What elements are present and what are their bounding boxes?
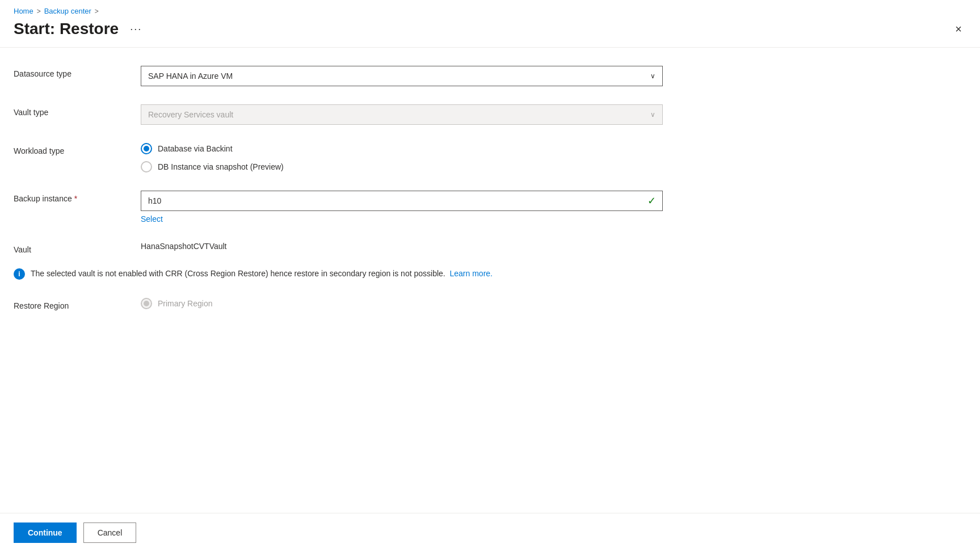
vault-type-placeholder: Recovery Services vault (148, 110, 233, 119)
workload-type-label: Workload type (14, 143, 127, 155)
workload-type-row: Workload type Database via Backint DB In… (14, 134, 966, 182)
page-header-left: Start: Restore ··· (14, 20, 146, 38)
backup-instance-required: * (74, 194, 77, 203)
restore-region-primary-label: Primary Region (158, 299, 212, 308)
backup-instance-row: Backup instance * ✓ Select (14, 182, 966, 233)
info-message: The selected vault is not enabled with C… (31, 269, 445, 278)
backup-instance-checkmark-icon: ✓ (647, 195, 656, 207)
backup-instance-label: Backup instance * (14, 191, 127, 203)
breadcrumb-sep-1: > (37, 7, 41, 15)
workload-label-database-backint: Database via Backint (158, 144, 233, 153)
info-icon: i (14, 268, 25, 280)
vault-value: HanaSnapshotCVTVault (141, 238, 227, 251)
breadcrumb: Home > Backup center > (0, 0, 980, 15)
vault-control: HanaSnapshotCVTVault (141, 242, 663, 251)
restore-region-control: Primary Region (141, 298, 663, 309)
backup-instance-control: ✓ Select (141, 191, 663, 224)
datasource-type-row: Datasource type SAP HANA in Azure VM ∨ (14, 57, 966, 95)
breadcrumb-backup-center[interactable]: Backup center (44, 7, 91, 15)
backup-instance-input[interactable] (141, 191, 663, 211)
workload-radio-db-instance-snapshot[interactable] (141, 161, 152, 172)
bottom-bar: Continue Cancel (0, 513, 980, 552)
workload-type-radio-group: Database via Backint DB Instance via sna… (141, 143, 663, 172)
page-title: Start: Restore (14, 20, 119, 38)
info-text: The selected vault is not enabled with C… (31, 268, 493, 280)
vault-type-row: Vault type Recovery Services vault ∨ (14, 95, 966, 134)
workload-type-control: Database via Backint DB Instance via sna… (141, 143, 663, 172)
backup-instance-select-link[interactable]: Select (141, 214, 163, 224)
restore-region-primary-radio[interactable] (141, 298, 152, 309)
breadcrumb-sep-2: > (95, 7, 99, 15)
restore-region-radio-group: Primary Region (141, 298, 663, 309)
cancel-button[interactable]: Cancel (83, 522, 137, 543)
page-container: Home > Backup center > Start: Restore ··… (0, 0, 980, 552)
restore-region-row: Restore Region Primary Region (14, 289, 966, 319)
vault-label: Vault (14, 242, 127, 254)
page-header: Start: Restore ··· × (0, 15, 980, 47)
breadcrumb-home[interactable]: Home (14, 7, 33, 15)
info-learn-more-link[interactable]: Learn more. (449, 269, 492, 278)
workload-label-db-instance-snapshot: DB Instance via snapshot (Preview) (158, 162, 284, 171)
restore-region-label: Restore Region (14, 298, 127, 310)
restore-region-primary[interactable]: Primary Region (141, 298, 663, 309)
info-banner: i The selected vault is not enabled with… (14, 268, 966, 280)
workload-radio-database-backint[interactable] (141, 143, 152, 154)
header-divider (0, 47, 980, 48)
close-button[interactable]: × (950, 21, 966, 37)
vault-type-label: Vault type (14, 104, 127, 117)
form-container: Datasource type SAP HANA in Azure VM ∨ V… (0, 52, 980, 513)
vault-type-control: Recovery Services vault ∨ (141, 104, 663, 125)
backup-instance-input-wrapper: ✓ (141, 191, 663, 211)
workload-option-db-instance-snapshot[interactable]: DB Instance via snapshot (Preview) (141, 161, 663, 172)
vault-row: Vault HanaSnapshotCVTVault (14, 233, 966, 263)
more-options-button[interactable]: ··· (125, 21, 146, 37)
datasource-type-dropdown[interactable]: SAP HANA in Azure VM ∨ (141, 66, 663, 86)
datasource-type-control: SAP HANA in Azure VM ∨ (141, 66, 663, 86)
workload-option-database-backint[interactable]: Database via Backint (141, 143, 663, 154)
datasource-type-value: SAP HANA in Azure VM (148, 71, 233, 81)
vault-type-chevron-icon: ∨ (650, 111, 655, 119)
vault-type-dropdown[interactable]: Recovery Services vault ∨ (141, 104, 663, 125)
continue-button[interactable]: Continue (14, 522, 77, 543)
datasource-type-label: Datasource type (14, 66, 127, 78)
datasource-type-chevron-icon: ∨ (650, 72, 655, 80)
